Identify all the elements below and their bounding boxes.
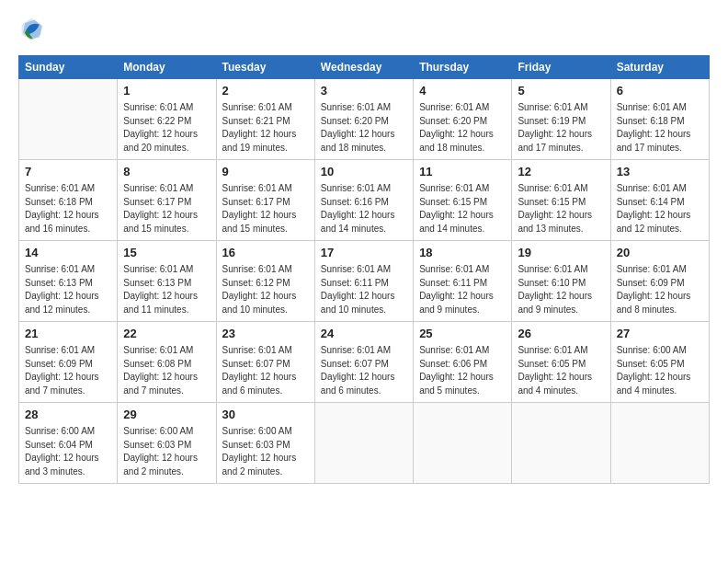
calendar-cell: 5Sunrise: 6:01 AM Sunset: 6:19 PM Daylig… [512,79,610,160]
calendar-cell: 16Sunrise: 6:01 AM Sunset: 6:12 PM Dayli… [216,241,314,322]
calendar-cell: 20Sunrise: 6:01 AM Sunset: 6:09 PM Dayli… [610,241,709,322]
day-info: Sunrise: 6:00 AM Sunset: 6:04 PM Dayligh… [25,425,111,478]
day-info: Sunrise: 6:01 AM Sunset: 6:22 PM Dayligh… [123,101,210,155]
calendar-cell [19,79,118,160]
calendar-cell: 19Sunrise: 6:01 AM Sunset: 6:10 PM Dayli… [512,241,610,322]
day-number: 18 [419,245,506,261]
calendar-cell: 6Sunrise: 6:01 AM Sunset: 6:18 PM Daylig… [610,79,709,160]
day-number: 30 [222,407,309,423]
calendar-week-3: 14Sunrise: 6:01 AM Sunset: 6:13 PM Dayli… [19,241,710,322]
page: SundayMondayTuesdayWednesdayThursdayFrid… [0,0,728,563]
day-info: Sunrise: 6:01 AM Sunset: 6:20 PM Dayligh… [419,101,506,155]
day-number: 7 [25,164,111,180]
day-info: Sunrise: 6:01 AM Sunset: 6:11 PM Dayligh… [321,263,407,316]
calendar-cell [512,403,610,484]
day-info: Sunrise: 6:01 AM Sunset: 6:14 PM Dayligh… [617,182,703,236]
calendar-cell: 14Sunrise: 6:01 AM Sunset: 6:13 PM Dayli… [19,241,118,322]
day-number: 21 [25,326,111,342]
calendar-cell: 25Sunrise: 6:01 AM Sunset: 6:06 PM Dayli… [414,322,512,403]
calendar-cell: 12Sunrise: 6:01 AM Sunset: 6:15 PM Dayli… [512,160,610,241]
day-info: Sunrise: 6:01 AM Sunset: 6:16 PM Dayligh… [321,182,407,236]
calendar-cell: 30Sunrise: 6:00 AM Sunset: 6:03 PM Dayli… [216,403,314,484]
calendar-cell: 8Sunrise: 6:01 AM Sunset: 6:17 PM Daylig… [118,160,216,241]
day-info: Sunrise: 6:01 AM Sunset: 6:09 PM Dayligh… [617,263,703,316]
day-info: Sunrise: 6:01 AM Sunset: 6:08 PM Dayligh… [123,344,210,397]
calendar-cell: 26Sunrise: 6:01 AM Sunset: 6:05 PM Dayli… [512,322,610,403]
day-number: 26 [518,326,604,342]
day-number: 16 [222,245,309,261]
calendar-cell: 11Sunrise: 6:01 AM Sunset: 6:15 PM Dayli… [414,160,512,241]
day-info: Sunrise: 6:01 AM Sunset: 6:13 PM Dayligh… [123,263,210,316]
day-number: 20 [617,245,703,261]
calendar-cell [314,403,413,484]
day-number: 5 [518,83,604,99]
calendar-week-1: 1Sunrise: 6:01 AM Sunset: 6:22 PM Daylig… [19,79,710,160]
weekday-header-monday: Monday [118,56,216,79]
calendar-week-4: 21Sunrise: 6:01 AM Sunset: 6:09 PM Dayli… [19,322,710,403]
weekday-header-friday: Friday [512,56,610,79]
calendar-week-2: 7Sunrise: 6:01 AM Sunset: 6:18 PM Daylig… [19,160,710,241]
calendar-cell: 10Sunrise: 6:01 AM Sunset: 6:16 PM Dayli… [314,160,413,241]
day-info: Sunrise: 6:01 AM Sunset: 6:17 PM Dayligh… [222,182,309,236]
logo [18,17,46,42]
calendar-cell: 7Sunrise: 6:01 AM Sunset: 6:18 PM Daylig… [19,160,118,241]
calendar-cell: 18Sunrise: 6:01 AM Sunset: 6:11 PM Dayli… [414,241,512,322]
day-info: Sunrise: 6:01 AM Sunset: 6:18 PM Dayligh… [25,182,111,236]
day-number: 28 [25,407,111,423]
day-number: 3 [321,83,407,99]
day-number: 9 [222,164,309,180]
day-info: Sunrise: 6:01 AM Sunset: 6:15 PM Dayligh… [419,182,506,236]
day-number: 24 [321,326,407,342]
calendar-cell: 22Sunrise: 6:01 AM Sunset: 6:08 PM Dayli… [118,322,216,403]
day-number: 29 [123,407,210,423]
calendar-cell: 15Sunrise: 6:01 AM Sunset: 6:13 PM Dayli… [118,241,216,322]
day-number: 1 [123,83,210,99]
weekday-header-saturday: Saturday [610,56,709,79]
calendar-cell: 28Sunrise: 6:00 AM Sunset: 6:04 PM Dayli… [19,403,118,484]
day-info: Sunrise: 6:01 AM Sunset: 6:06 PM Dayligh… [419,344,506,397]
day-info: Sunrise: 6:01 AM Sunset: 6:07 PM Dayligh… [321,344,407,397]
weekday-header-tuesday: Tuesday [216,56,314,79]
day-info: Sunrise: 6:01 AM Sunset: 6:19 PM Dayligh… [518,101,604,155]
day-info: Sunrise: 6:01 AM Sunset: 6:20 PM Dayligh… [321,101,407,155]
calendar-week-5: 28Sunrise: 6:00 AM Sunset: 6:04 PM Dayli… [19,403,710,484]
day-info: Sunrise: 6:00 AM Sunset: 6:05 PM Dayligh… [617,344,703,397]
calendar-cell [414,403,512,484]
day-number: 15 [123,245,210,261]
calendar-cell: 3Sunrise: 6:01 AM Sunset: 6:20 PM Daylig… [314,79,413,160]
day-info: Sunrise: 6:01 AM Sunset: 6:11 PM Dayligh… [419,263,506,316]
calendar-cell [610,403,709,484]
calendar-cell: 29Sunrise: 6:00 AM Sunset: 6:03 PM Dayli… [118,403,216,484]
day-number: 6 [617,83,703,99]
calendar-cell: 9Sunrise: 6:01 AM Sunset: 6:17 PM Daylig… [216,160,314,241]
calendar-cell: 27Sunrise: 6:00 AM Sunset: 6:05 PM Dayli… [610,322,709,403]
day-info: Sunrise: 6:01 AM Sunset: 6:18 PM Dayligh… [617,101,703,155]
day-info: Sunrise: 6:01 AM Sunset: 6:13 PM Dayligh… [25,263,111,316]
calendar-table: SundayMondayTuesdayWednesdayThursdayFrid… [18,55,710,484]
calendar-cell: 21Sunrise: 6:01 AM Sunset: 6:09 PM Dayli… [19,322,118,403]
calendar-cell: 17Sunrise: 6:01 AM Sunset: 6:11 PM Dayli… [314,241,413,322]
day-info: Sunrise: 6:01 AM Sunset: 6:12 PM Dayligh… [222,263,309,316]
logo-icon [18,17,44,42]
day-info: Sunrise: 6:00 AM Sunset: 6:03 PM Dayligh… [222,425,309,478]
weekday-header-thursday: Thursday [414,56,512,79]
day-number: 23 [222,326,309,342]
weekday-header-row: SundayMondayTuesdayWednesdayThursdayFrid… [19,56,710,79]
day-number: 2 [222,83,309,99]
day-number: 11 [419,164,506,180]
weekday-header-sunday: Sunday [19,56,118,79]
day-info: Sunrise: 6:01 AM Sunset: 6:09 PM Dayligh… [25,344,111,397]
weekday-header-wednesday: Wednesday [314,56,413,79]
day-number: 4 [419,83,506,99]
calendar-cell: 4Sunrise: 6:01 AM Sunset: 6:20 PM Daylig… [414,79,512,160]
day-number: 19 [518,245,604,261]
day-info: Sunrise: 6:01 AM Sunset: 6:07 PM Dayligh… [222,344,309,397]
day-number: 14 [25,245,111,261]
day-info: Sunrise: 6:01 AM Sunset: 6:10 PM Dayligh… [518,263,604,316]
calendar-cell: 24Sunrise: 6:01 AM Sunset: 6:07 PM Dayli… [314,322,413,403]
calendar-cell: 23Sunrise: 6:01 AM Sunset: 6:07 PM Dayli… [216,322,314,403]
day-info: Sunrise: 6:00 AM Sunset: 6:03 PM Dayligh… [123,425,210,478]
day-number: 22 [123,326,210,342]
day-info: Sunrise: 6:01 AM Sunset: 6:15 PM Dayligh… [518,182,604,236]
calendar-cell: 13Sunrise: 6:01 AM Sunset: 6:14 PM Dayli… [610,160,709,241]
